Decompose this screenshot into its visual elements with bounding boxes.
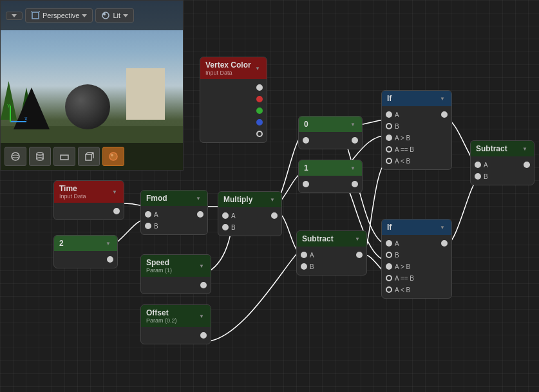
node-subtract-bottom[interactable]: Subtract ▼ A B xyxy=(296,230,367,275)
node-if-top[interactable]: If ▼ A B A > B A == B A < B xyxy=(381,90,452,170)
node-num2-pin-out xyxy=(54,254,117,265)
node-offset-header: Offset Param (0.2) ▼ xyxy=(141,305,211,327)
node-fmod-pin-a: A xyxy=(141,209,207,220)
pin-one-in xyxy=(303,181,309,187)
node-num2-header: 2 ▼ xyxy=(54,236,117,251)
pin-if-bottom-b-in xyxy=(386,252,392,258)
node-fmod-body: A B xyxy=(141,206,207,234)
pin-subtract-r-a-in xyxy=(475,162,481,168)
node-if-bottom-body: A B A > B A == B A < B xyxy=(382,235,451,298)
node-subtract-b-pin-a: A xyxy=(297,249,366,261)
node-one[interactable]: 1 ▼ xyxy=(298,160,363,193)
svg-point-9 xyxy=(12,153,19,160)
node-time-subtitle: Input Data xyxy=(59,193,86,200)
pin-subtract-b-out xyxy=(356,252,363,258)
svg-point-8 xyxy=(103,13,106,15)
node-vertex-color-pin-white xyxy=(200,82,267,93)
node-multiply-dropdown[interactable]: ▼ xyxy=(269,196,276,203)
node-vertex-color-pin-blue xyxy=(200,117,267,128)
node-if-top-label-b: B xyxy=(395,123,399,130)
node-if-bottom-pin-aeb: A == B xyxy=(382,272,451,284)
pin-if-bottom-agb-in xyxy=(386,263,392,270)
node-subtract-right-dropdown[interactable]: ▼ xyxy=(521,145,529,153)
node-one-title: 1 xyxy=(304,163,308,173)
node-if-bottom-label-agb: A > B xyxy=(395,263,410,270)
node-vertex-color[interactable]: Vertex Color Input Data ▼ xyxy=(200,57,267,143)
node-fmod-dropdown[interactable]: ▼ xyxy=(194,194,202,202)
pin-if-top-alb-in xyxy=(386,158,392,164)
node-speed-header: Speed Param (1) ▼ xyxy=(141,255,211,277)
node-if-bottom-label-b: B xyxy=(395,252,399,259)
cube-icon-btn[interactable] xyxy=(78,147,100,166)
pin-if-top-b-in xyxy=(386,123,392,129)
node-vertex-color-dropdown[interactable]: ▼ xyxy=(254,64,261,72)
node-if-top-pin-agb: A > B xyxy=(382,132,451,144)
node-if-top-label-alb: A < B xyxy=(395,158,410,165)
pin-if-top-aeb-in xyxy=(386,146,392,153)
node-if-bottom-label-aeb: A == B xyxy=(395,275,414,282)
plane-icon-btn[interactable] xyxy=(53,147,75,166)
node-speed-body xyxy=(141,277,211,294)
pin-fmod-a-in xyxy=(145,211,151,218)
node-subtract-r-pin-b: B xyxy=(471,171,534,182)
pin-multiply-a-in xyxy=(222,212,229,219)
node-subtract-bottom-title: Subtract xyxy=(302,234,334,243)
viewport-panel[interactable]: X Y Perspective Lit xyxy=(0,0,184,171)
node-multiply[interactable]: Multiply ▼ A B xyxy=(218,191,282,236)
node-zero-dropdown[interactable]: ▼ xyxy=(349,120,357,128)
pin-if-bottom-alb-in xyxy=(386,286,392,293)
node-if-top-dropdown[interactable]: ▼ xyxy=(439,95,446,102)
pin-offset-out xyxy=(200,332,207,339)
node-if-bottom[interactable]: If ▼ A B A > B A == B A < B xyxy=(381,219,452,299)
node-if-top-label-agb: A > B xyxy=(395,135,410,142)
node-if-bottom-header: If ▼ xyxy=(382,219,451,235)
node-subtract-right[interactable]: Subtract ▼ A B xyxy=(470,140,534,185)
node-vertex-color-body xyxy=(200,79,267,142)
node-if-top-label-aeb: A == B xyxy=(395,146,414,153)
node-offset-title: Offset xyxy=(146,308,177,317)
node-speed-dropdown[interactable]: ▼ xyxy=(198,262,205,270)
node-subtract-bottom-dropdown[interactable]: ▼ xyxy=(354,235,361,243)
perspective-label: Perspective xyxy=(43,12,79,19)
node-time-dropdown[interactable]: ▼ xyxy=(111,188,118,196)
node-if-bottom-dropdown[interactable]: ▼ xyxy=(439,223,446,231)
lit-button[interactable]: Lit xyxy=(95,8,134,23)
svg-text:X: X xyxy=(24,117,28,121)
viewport-bottom-bar[interactable] xyxy=(1,143,184,170)
pin-fmod-out xyxy=(197,211,203,218)
sphere-icon-btn[interactable] xyxy=(5,147,26,166)
node-num2[interactable]: 2 ▼ xyxy=(53,235,118,268)
pin-time-out xyxy=(113,208,120,214)
pin-if-top-agb-in xyxy=(386,135,392,141)
node-if-bottom-label-alb: A < B xyxy=(395,286,410,294)
node-if-bottom-title: If xyxy=(387,223,392,232)
node-multiply-pin-b: B xyxy=(218,221,281,233)
node-one-dropdown[interactable]: ▼ xyxy=(349,164,357,172)
node-vertex-color-title: Vertex Color xyxy=(205,61,251,70)
viewport-toolbar[interactable]: Perspective Lit xyxy=(1,1,184,30)
node-subtract-right-body: A B xyxy=(471,156,534,185)
node-offset-dropdown[interactable]: ▼ xyxy=(198,312,205,320)
node-zero[interactable]: 0 ▼ xyxy=(298,116,363,149)
node-subtract-r-label-a: A xyxy=(484,162,488,169)
viewport-dropdown-button[interactable] xyxy=(6,12,23,20)
node-if-top-label-a: A xyxy=(395,111,399,118)
svg-line-5 xyxy=(31,11,32,12)
node-canvas[interactable]: X Y Perspective Lit xyxy=(0,0,539,392)
material-icon-btn[interactable] xyxy=(102,147,124,166)
svg-rect-4 xyxy=(32,12,39,19)
pin-num2-out xyxy=(107,256,113,263)
node-fmod[interactable]: Fmod ▼ A B xyxy=(140,190,208,235)
node-subtract-bottom-header: Subtract ▼ xyxy=(297,231,366,247)
node-speed[interactable]: Speed Param (1) ▼ xyxy=(140,254,211,294)
node-subtract-r-pin-a: A xyxy=(471,159,534,171)
svg-point-14 xyxy=(37,158,43,160)
node-time[interactable]: Time Input Data ▼ xyxy=(53,180,124,220)
pin-out-alpha xyxy=(256,131,263,137)
cylinder-icon-btn[interactable] xyxy=(29,147,51,166)
node-num2-dropdown[interactable]: ▼ xyxy=(104,239,112,247)
node-vertex-color-header: Vertex Color Input Data ▼ xyxy=(200,57,267,79)
lit-label: Lit xyxy=(113,12,120,19)
perspective-button[interactable]: Perspective xyxy=(25,8,93,23)
node-offset[interactable]: Offset Param (0.2) ▼ xyxy=(140,304,211,344)
